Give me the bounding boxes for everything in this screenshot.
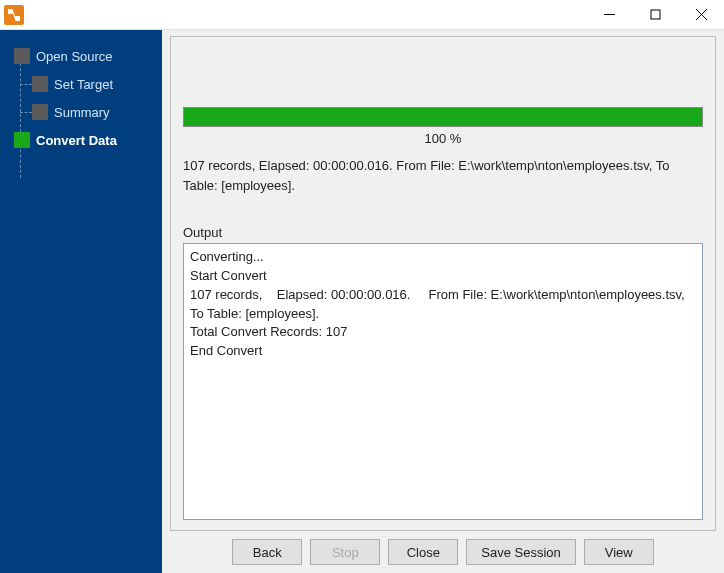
svg-rect-3 — [651, 10, 660, 19]
wizard-steps-sidebar: Open Source Set Target Summary Convert D… — [0, 30, 162, 573]
step-open-source[interactable]: Open Source — [0, 42, 162, 70]
svg-rect-1 — [15, 16, 20, 21]
step-box-icon — [32, 76, 48, 92]
status-text: 107 records, Elapsed: 00:00:00.016. From… — [183, 156, 703, 195]
stop-button: Stop — [310, 539, 380, 565]
step-label: Open Source — [36, 49, 113, 64]
window-close-button[interactable] — [678, 0, 724, 29]
button-row: Back Stop Close Save Session View — [170, 531, 716, 565]
window-minimize-button[interactable] — [586, 0, 632, 29]
step-box-icon — [14, 48, 30, 64]
svg-rect-0 — [8, 9, 13, 14]
close-button[interactable]: Close — [388, 539, 458, 565]
step-summary[interactable]: Summary — [0, 98, 162, 126]
window-maximize-button[interactable] — [632, 0, 678, 29]
step-convert-data[interactable]: Convert Data — [0, 126, 162, 154]
view-button[interactable]: View — [584, 539, 654, 565]
content-area: 100 % 107 records, Elapsed: 00:00:00.016… — [162, 30, 724, 573]
output-textarea[interactable] — [183, 243, 703, 520]
output-label: Output — [183, 225, 703, 240]
back-button[interactable]: Back — [232, 539, 302, 565]
step-box-icon — [14, 132, 30, 148]
step-label: Convert Data — [36, 133, 117, 148]
progress-bar — [183, 107, 703, 127]
main-panel: 100 % 107 records, Elapsed: 00:00:00.016… — [170, 36, 716, 531]
step-set-target[interactable]: Set Target — [0, 70, 162, 98]
app-icon — [4, 5, 24, 25]
step-box-icon — [32, 104, 48, 120]
step-label: Set Target — [54, 77, 113, 92]
save-session-button[interactable]: Save Session — [466, 539, 576, 565]
step-label: Summary — [54, 105, 110, 120]
progress-percent-label: 100 % — [183, 131, 703, 146]
titlebar — [0, 0, 724, 30]
